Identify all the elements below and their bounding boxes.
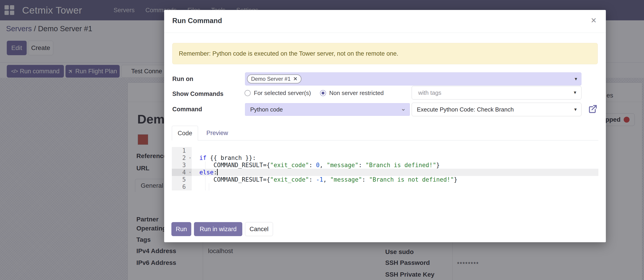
run-button[interactable]: Run	[172, 222, 191, 236]
caret-down-icon: ▾	[575, 76, 577, 82]
with-tags-placeholder: with tags	[418, 89, 442, 96]
app-window: Cetmix Tower Servers Commands Files Tool…	[0, 0, 644, 280]
command-type-value: Python code	[250, 106, 283, 113]
code-line-5: 5 COMMAND_RESULT={"exit_code": -1, "mess…	[172, 176, 598, 183]
code-line-1: 1	[172, 147, 598, 154]
code-line-4-active: 4▾ else:	[172, 169, 598, 176]
line-number: 6	[172, 183, 192, 190]
radio-selected-icon	[320, 90, 326, 96]
cancel-button[interactable]: Cancel	[245, 222, 273, 236]
run-on-label: Run on	[172, 76, 193, 83]
alert-text: Remember: Python code is executed on the…	[179, 50, 398, 57]
remove-tag-icon[interactable]: ✕	[293, 76, 298, 82]
server-tag: Demo Server #1 ✕	[247, 74, 302, 83]
line-number: 3	[172, 162, 192, 169]
code-line-3: 3 COMMAND_RESULT={"exit_code": 0, "messa…	[172, 162, 598, 169]
text-cursor	[217, 169, 218, 175]
radio-for-selected-servers[interactable]: For selected server(s)	[244, 90, 311, 97]
modal-title: Run Command	[172, 17, 222, 25]
fold-icon[interactable]: ▾	[189, 169, 191, 176]
chevron-down-icon: ⌄	[401, 105, 406, 112]
close-icon: ×	[591, 15, 596, 26]
run-command-modal: Run Command × Remember: Python code is e…	[164, 10, 606, 242]
command-select[interactable]: Execute Python Code: Check Branch ▾	[412, 103, 582, 116]
open-command-external-link-icon[interactable]	[588, 104, 598, 114]
show-commands-label: Show Commands	[172, 90, 224, 97]
server-tag-label: Demo Server #1	[251, 76, 290, 82]
run-on-select[interactable]: Demo Server #1 ✕ ▾	[245, 72, 582, 85]
command-label: Command	[172, 106, 202, 113]
line-number: 1	[172, 147, 192, 154]
code-line-2: 2▾ if {{ branch }}:	[172, 154, 598, 162]
with-tags-select[interactable]: with tags ▾	[412, 86, 582, 99]
radio-non-server-restricted[interactable]: Non server restricted	[320, 90, 384, 97]
command-value: Execute Python Code: Check Branch	[417, 106, 514, 113]
command-type-select[interactable]: Python code ⌄	[245, 103, 410, 116]
caret-down-icon: ▾	[574, 90, 576, 95]
radio-circle-icon	[244, 90, 251, 96]
code-line-6: 6	[172, 183, 598, 190]
modal-header-divider	[164, 33, 606, 33]
modal-close-button[interactable]: ×	[588, 15, 599, 26]
line-number: 2▾	[172, 154, 192, 162]
tab-code[interactable]: Code	[172, 126, 198, 141]
run-in-wizard-button[interactable]: Run in wizard	[194, 222, 242, 236]
python-warning-alert: Remember: Python code is executed on the…	[172, 43, 598, 64]
fold-icon[interactable]: ▾	[189, 154, 191, 162]
caret-down-icon: ▾	[574, 106, 577, 112]
tab-preview[interactable]: Preview	[198, 126, 236, 141]
code-editor[interactable]: 1 2▾ if {{ branch }}: 3 COMMAND_RESULT={…	[172, 147, 598, 192]
line-number: 5	[172, 176, 192, 183]
line-number: 4▾	[172, 169, 192, 176]
